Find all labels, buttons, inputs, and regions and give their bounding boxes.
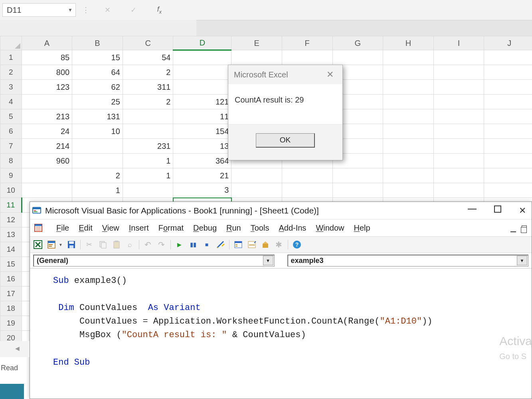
row-header[interactable]: 2 [0, 65, 22, 80]
cell[interactable] [123, 183, 173, 198]
row-header[interactable]: 7 [0, 139, 22, 154]
row-header[interactable]: 12 [0, 213, 22, 227]
cell[interactable] [332, 50, 383, 65]
cell[interactable]: 800 [22, 65, 72, 80]
row-header[interactable]: 9 [0, 168, 22, 183]
cell[interactable]: 15 [72, 50, 123, 65]
row-header[interactable]: 16 [0, 272, 22, 286]
menu-file[interactable]: File [56, 223, 69, 233]
cell[interactable] [72, 154, 123, 168]
cell[interactable]: 1 [72, 183, 123, 198]
col-header-j[interactable]: J [484, 36, 532, 50]
row-header[interactable]: 1 [0, 50, 22, 65]
cell[interactable]: 121 [173, 95, 231, 109]
cell[interactable]: 10 [72, 124, 123, 139]
cell[interactable] [433, 168, 484, 183]
cell[interactable] [433, 65, 484, 80]
cell[interactable]: 154 [173, 124, 231, 139]
project-explorer-icon[interactable] [233, 240, 243, 249]
cell[interactable] [383, 109, 434, 124]
menu-window[interactable]: Window [316, 223, 344, 233]
cell[interactable] [484, 65, 532, 80]
cell[interactable] [433, 139, 484, 154]
cell[interactable] [123, 109, 173, 124]
cell[interactable] [231, 168, 282, 183]
menu-edit[interactable]: Edit [79, 223, 92, 233]
menu-debug[interactable]: Debug [193, 223, 217, 233]
cell[interactable] [22, 183, 72, 198]
scroll-left-icon[interactable]: ◀ [15, 345, 22, 352]
cell[interactable] [72, 139, 123, 154]
cell[interactable] [332, 168, 383, 183]
undo-icon[interactable]: ↶ [143, 240, 153, 249]
cell[interactable]: 1 [123, 154, 173, 168]
close-icon[interactable]: ✕ [519, 205, 526, 216]
cell[interactable]: 213 [22, 109, 72, 124]
row-header[interactable]: 4 [0, 95, 22, 109]
cell[interactable] [484, 139, 532, 154]
find-icon[interactable]: ⌕ [125, 240, 135, 249]
menu-format[interactable]: Format [158, 223, 184, 233]
col-header-b[interactable]: B [72, 36, 123, 50]
cell[interactable] [383, 65, 434, 80]
row-header[interactable]: 19 [0, 316, 22, 331]
cell[interactable] [123, 124, 173, 139]
cell[interactable] [282, 50, 332, 65]
cell[interactable]: 311 [123, 80, 173, 95]
save-icon[interactable] [67, 240, 76, 249]
cell[interactable]: 1 [123, 168, 173, 183]
cell[interactable] [484, 95, 532, 109]
cell[interactable] [484, 154, 532, 168]
ok-button[interactable]: OK [256, 133, 315, 148]
cell[interactable] [332, 183, 383, 198]
row-header[interactable]: 15 [0, 257, 22, 272]
cell[interactable]: 85 [22, 50, 72, 65]
cell[interactable] [383, 139, 434, 154]
object-browser-icon[interactable] [261, 240, 270, 249]
object-dropdown[interactable]: (General) ▼ [33, 255, 275, 267]
close-icon[interactable]: ✕ [323, 68, 337, 81]
menu-view[interactable]: View [102, 223, 119, 233]
cell[interactable] [22, 168, 72, 183]
cell[interactable]: 123 [22, 80, 72, 95]
row-header[interactable]: 13 [0, 227, 22, 242]
col-header-c[interactable]: C [123, 36, 173, 50]
row-header[interactable]: 17 [0, 286, 22, 301]
mdi-restore-icon[interactable] [522, 225, 527, 231]
row-header[interactable]: 14 [0, 242, 22, 257]
cell[interactable]: 960 [22, 154, 72, 168]
maximize-icon[interactable] [494, 205, 501, 213]
properties-icon[interactable] [247, 240, 257, 249]
cell[interactable]: 25 [72, 95, 123, 109]
help-icon[interactable]: ? [292, 240, 302, 249]
col-header-i[interactable]: I [433, 36, 484, 50]
menu-addins[interactable]: Add-Ins [279, 223, 306, 233]
row-header[interactable]: 10 [0, 183, 22, 198]
message-box-titlebar[interactable]: Microsoft Excel ✕ [228, 65, 342, 84]
cell[interactable]: 13 [173, 139, 231, 154]
cut-icon[interactable]: ✂ [85, 240, 94, 249]
cell[interactable] [383, 183, 434, 198]
cell[interactable] [383, 154, 434, 168]
cell[interactable] [484, 168, 532, 183]
redo-icon[interactable]: ↷ [157, 240, 166, 249]
cell[interactable] [433, 154, 484, 168]
paste-icon[interactable] [112, 240, 121, 249]
menu-help[interactable]: Help [354, 223, 370, 233]
cell[interactable] [231, 50, 282, 65]
cell[interactable] [433, 50, 484, 65]
row-header[interactable]: 5 [0, 109, 22, 124]
dropdown-icon[interactable]: ▼ [263, 256, 273, 265]
cell[interactable] [484, 124, 532, 139]
cell[interactable]: 24 [22, 124, 72, 139]
cell[interactable] [173, 50, 231, 65]
col-header-f[interactable]: F [282, 36, 332, 50]
cell[interactable]: 21 [173, 168, 231, 183]
select-all-corner[interactable] [0, 36, 22, 50]
dropdown-icon[interactable]: ▼ [517, 256, 527, 265]
cell[interactable] [173, 80, 231, 95]
cell[interactable] [282, 183, 332, 198]
cell[interactable] [383, 95, 434, 109]
cell[interactable] [433, 183, 484, 198]
cell[interactable]: 2 [123, 65, 173, 80]
